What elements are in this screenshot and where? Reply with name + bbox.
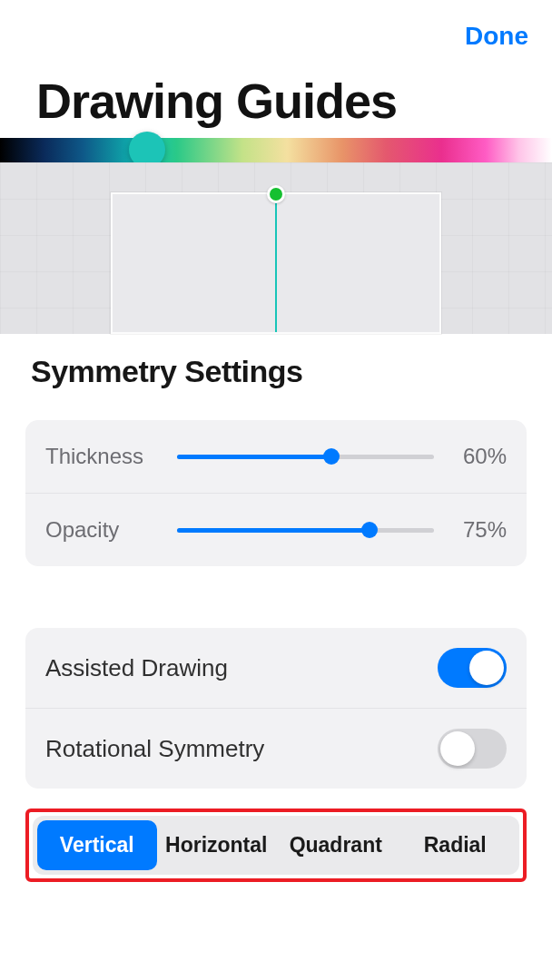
color-spectrum-slider[interactable] bbox=[0, 138, 552, 162]
rotational-symmetry-toggle[interactable] bbox=[438, 729, 507, 769]
segment-horizontal[interactable]: Horizontal bbox=[157, 820, 277, 870]
thickness-slider[interactable] bbox=[177, 455, 434, 459]
assisted-drawing-label: Assisted Drawing bbox=[45, 654, 228, 682]
assisted-drawing-toggle[interactable] bbox=[438, 648, 507, 688]
thickness-row: Thickness 60% bbox=[25, 420, 527, 494]
symmetry-mode-segmented-control: Vertical Horizontal Quadrant Radial bbox=[33, 816, 519, 875]
opacity-slider-fill bbox=[177, 528, 370, 533]
symmetry-axis-line bbox=[275, 194, 277, 332]
settings-sheet: Symmetry Settings Thickness 60% Opacity … bbox=[0, 327, 552, 882]
assisted-drawing-row: Assisted Drawing bbox=[25, 628, 527, 709]
toggle-knob bbox=[469, 651, 504, 685]
opacity-value: 75% bbox=[452, 517, 507, 543]
thickness-label: Thickness bbox=[45, 444, 168, 469]
opacity-slider[interactable] bbox=[177, 528, 434, 533]
symmetry-axis-handle[interactable] bbox=[267, 185, 285, 203]
canvas-preview bbox=[0, 162, 552, 334]
page-title: Drawing Guides bbox=[36, 73, 552, 129]
opacity-label: Opacity bbox=[45, 517, 168, 543]
toggle-group: Assisted Drawing Rotational Symmetry bbox=[25, 628, 527, 789]
rotational-symmetry-label: Rotational Symmetry bbox=[45, 735, 264, 763]
thickness-slider-thumb[interactable] bbox=[323, 448, 340, 465]
sheet-title: Symmetry Settings bbox=[31, 354, 527, 389]
segment-radial[interactable]: Radial bbox=[396, 820, 516, 870]
segment-quadrant[interactable]: Quadrant bbox=[276, 820, 396, 870]
done-button[interactable]: Done bbox=[465, 22, 528, 51]
thickness-slider-fill bbox=[177, 455, 331, 459]
segment-vertical[interactable]: Vertical bbox=[37, 820, 157, 870]
rotational-symmetry-row: Rotational Symmetry bbox=[25, 709, 527, 789]
slider-group: Thickness 60% Opacity 75% bbox=[25, 420, 527, 566]
symmetry-mode-highlight: Vertical Horizontal Quadrant Radial bbox=[25, 808, 527, 882]
toggle-knob bbox=[440, 731, 475, 766]
canvas-frame[interactable] bbox=[111, 192, 441, 334]
opacity-slider-thumb[interactable] bbox=[361, 522, 378, 538]
opacity-row: Opacity 75% bbox=[25, 494, 527, 566]
thickness-value: 60% bbox=[452, 444, 507, 469]
